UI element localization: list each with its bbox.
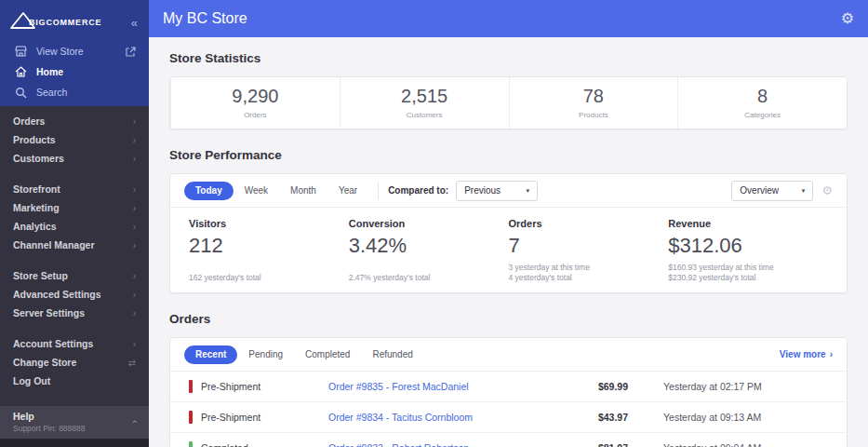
home-icon	[15, 66, 28, 77]
stat-cell: 2,515 Customers	[340, 77, 509, 129]
store-statistics-card: 9,290 Orders 2,515 Customers 78 Products…	[169, 76, 848, 129]
stat-label: Products	[510, 111, 678, 119]
view-select[interactable]: Overview ▾	[731, 181, 813, 201]
view-more-link[interactable]: View more ›	[780, 349, 833, 359]
help-text: Help Support Pin: 888888	[13, 411, 86, 433]
stat-value: 8	[678, 86, 847, 107]
metric-subtext-1	[349, 263, 509, 273]
metric-label: Visitors	[189, 218, 349, 229]
sidebar-item-home[interactable]: Home	[0, 61, 149, 82]
sidebar-nav-item[interactable]: Customers ›	[0, 149, 149, 168]
order-amount: $43.97	[554, 412, 628, 423]
sidebar-collapse-icon[interactable]: «	[131, 17, 138, 29]
stat-label: Orders	[171, 111, 340, 119]
sidebar-nav-item[interactable]: Analytics ›	[0, 217, 149, 236]
metric-subtext-1: 3 yesterday at this time	[509, 263, 669, 273]
bigcommerce-logo-text: BIGCOMMERCE	[29, 18, 101, 27]
order-status-cell: Pre-Shipment	[189, 380, 328, 393]
nav-group-spacer	[0, 168, 149, 180]
stat-value: 2,515	[341, 86, 509, 107]
orders-tab[interactable]: Recent	[184, 345, 237, 364]
metric-subtext-2: $230.92 yesterday's total	[668, 273, 828, 283]
sidebar-nav-item-label: Advanced Settings	[13, 289, 101, 300]
sidebar-nav-item[interactable]: Orders ›	[0, 112, 149, 130]
app-window: BIGCOMMERCE « View Store Home	[0, 0, 868, 447]
metric-subtext-2: 162 yesterday's total	[189, 273, 349, 283]
orders-controls: RecentPendingCompletedRefunded View more…	[170, 338, 847, 372]
order-link[interactable]: Order #9833 - Robert Robertson	[328, 442, 554, 447]
performance-metrics: Visitors 212 162 yesterday's total Conve…	[170, 208, 847, 292]
metric-subtext-1	[189, 263, 349, 273]
orders-list: Pre-Shipment Order #9835 - Forest MacDan…	[170, 372, 847, 447]
metric-value: 7	[509, 234, 669, 258]
order-status-label: Completed	[201, 442, 248, 447]
sidebar-nav-item[interactable]: Products ›	[0, 130, 149, 149]
sidebar-nav-item[interactable]: Storefront ›	[0, 180, 149, 198]
period-tab[interactable]: Week	[234, 182, 279, 200]
metric-label: Revenue	[668, 218, 828, 229]
sidebar-nav-item[interactable]: Change Store ⇄	[0, 353, 149, 372]
chevron-right-icon: ›	[133, 308, 136, 318]
compared-to-value: Previous	[464, 185, 501, 196]
sidebar-nav-item-label: Account Settings	[13, 338, 93, 349]
order-status-cell: Pre-Shipment	[189, 411, 328, 424]
sidebar-nav-item[interactable]: Advanced Settings ›	[0, 285, 149, 304]
sidebar-nav-item[interactable]: Marketing ›	[0, 198, 149, 217]
store-title: My BC Store	[163, 10, 247, 27]
order-status-badge	[189, 441, 193, 447]
stat-cell: 78 Products	[509, 77, 678, 129]
performance-gear-icon[interactable]: ⚙	[821, 184, 833, 196]
period-tab[interactable]: Year	[327, 182, 368, 200]
order-link[interactable]: Order #9835 - Forest MacDaniel	[328, 381, 554, 392]
sidebar-nav-item[interactable]: Server Settings ›	[0, 304, 149, 322]
sidebar-item-label: View Store	[36, 46, 84, 57]
chevron-right-icon: ›	[133, 184, 136, 195]
nav-group-spacer	[0, 322, 149, 334]
settings-gear-icon[interactable]: ⚙	[841, 11, 854, 26]
orders-tab[interactable]: Completed	[294, 345, 361, 364]
chevron-right-icon: ›	[133, 240, 136, 251]
sidebar-nav-item[interactable]: Log Out	[0, 372, 149, 390]
order-timestamp: Yesterday at 02:17 PM	[628, 381, 828, 392]
orders-tab[interactable]: Pending	[237, 345, 294, 364]
sidebar-nav-item-label: Orders	[13, 115, 45, 127]
order-status-cell: Completed	[189, 441, 328, 447]
help-section[interactable]: Help Support Pin: 888888 ›	[0, 406, 149, 439]
stat-label: Categories	[678, 111, 847, 119]
vertical-divider	[378, 183, 379, 199]
sidebar-nav-item-label: Log Out	[13, 375, 50, 386]
orders-tabs: RecentPendingCompletedRefunded	[184, 345, 424, 364]
sidebar-nav-item-label: Customers	[13, 153, 64, 164]
stat-label: Customers	[341, 111, 509, 119]
chevron-up-icon: ›	[128, 420, 140, 424]
compared-to-label: Compared to:	[388, 185, 448, 196]
orders-heading: Orders	[169, 312, 848, 326]
metric-value: $312.06	[668, 234, 828, 258]
order-amount: $81.97	[554, 442, 628, 447]
store-performance-card: TodayWeekMonthYear Compared to: Previous…	[169, 173, 848, 293]
sidebar-item-view-store[interactable]: View Store	[0, 41, 149, 61]
period-tab[interactable]: Today	[184, 182, 234, 200]
view-more-label: View more	[780, 349, 826, 359]
chevron-right-icon: ›	[133, 271, 136, 281]
sidebar-nav-item-label: Marketing	[13, 202, 60, 213]
logo-row: BIGCOMMERCE «	[0, 7, 149, 41]
period-tab[interactable]: Month	[279, 182, 327, 200]
sidebar-nav-item-label: Storefront	[13, 183, 60, 195]
sidebar-item-search[interactable]: Search	[0, 82, 149, 102]
sidebar-nav-item-label: Products	[13, 134, 56, 145]
metric-cell: Visitors 212 162 yesterday's total	[189, 215, 349, 283]
order-status-badge	[189, 411, 193, 424]
sidebar-nav-item-label: Change Store	[13, 357, 76, 368]
orders-tab[interactable]: Refunded	[361, 345, 423, 364]
order-row: Pre-Shipment Order #9834 - Tacitus Cornb…	[170, 402, 847, 433]
compared-to-select[interactable]: Previous ▾	[456, 181, 538, 201]
sidebar-nav-item[interactable]: Account Settings ›	[0, 334, 149, 353]
nav-group-spacer	[0, 254, 149, 266]
order-status-label: Pre-Shipment	[201, 412, 260, 423]
sidebar-nav-item[interactable]: Channel Manager ›	[0, 236, 149, 254]
sidebar-nav-item[interactable]: Store Setup ›	[0, 266, 149, 285]
main-area: My BC Store ⚙ Store Statistics 9,290 Ord…	[149, 0, 868, 447]
order-link[interactable]: Order #9834 - Tacitus Cornbloom	[328, 412, 554, 423]
metric-subtext-2: 2.47% yesterday's total	[349, 273, 509, 283]
